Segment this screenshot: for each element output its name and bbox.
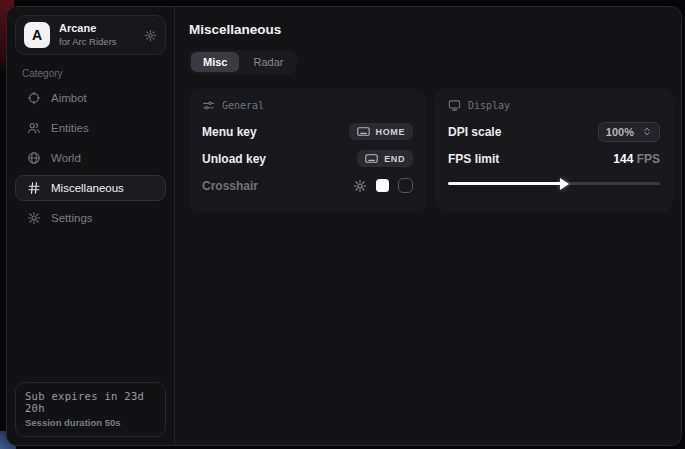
fps-unit: FPS	[637, 152, 660, 166]
sidebar-item-aimbot[interactable]: Aimbot	[15, 85, 166, 111]
sidebar-item-world[interactable]: World	[15, 145, 166, 171]
crosshair-icon	[27, 91, 41, 105]
display-card-header: Display	[448, 99, 660, 112]
cards-row: General Menu key HOME Unload key	[189, 88, 673, 212]
display-card: Display DPI scale 100% FPS limit	[435, 88, 673, 212]
app-window: A Arcane for Arc Riders Category	[6, 6, 682, 446]
general-card-title: General	[222, 100, 264, 111]
fps-limit-value: 144 FPS	[613, 152, 660, 166]
hash-grid-icon	[27, 181, 41, 195]
chevrons-up-down-icon	[642, 126, 652, 137]
fps-limit-label: FPS limit	[448, 152, 499, 166]
menu-key-row: Menu key HOME	[202, 118, 413, 145]
unload-key-bind-button[interactable]: END	[357, 150, 413, 167]
gear-icon	[27, 211, 41, 225]
tab-radar[interactable]: Radar	[241, 52, 295, 72]
crosshair-label: Crosshair	[202, 179, 258, 193]
account-text: Arcane for Arc Riders	[59, 22, 135, 48]
general-card-header: General	[202, 99, 413, 112]
entities-icon	[27, 121, 41, 135]
menu-key-bind-button[interactable]: HOME	[349, 123, 413, 140]
account-card[interactable]: A Arcane for Arc Riders	[15, 15, 166, 55]
sidebar-item-label: Miscellaneous	[51, 182, 124, 194]
sidebar-item-label: Settings	[51, 212, 93, 224]
sub-expiry-text: Sub expires in 23d 20h	[25, 390, 156, 414]
crosshair-color-swatch[interactable]	[376, 179, 389, 192]
fps-number: 144	[613, 152, 633, 166]
keyboard-icon	[357, 126, 370, 137]
subscription-card: Sub expires in 23d 20h Session duration …	[15, 382, 166, 437]
crosshair-controls	[353, 178, 413, 193]
main-content: Miscellaneous Misc Radar General	[175, 7, 682, 445]
monitor-icon	[448, 99, 461, 112]
dpi-scale-label: DPI scale	[448, 125, 501, 139]
sidebar-nav: Aimbot Entities World	[15, 85, 166, 231]
gear-icon[interactable]	[353, 179, 367, 193]
crosshair-row: Crosshair	[202, 172, 413, 199]
sidebar-item-label: Aimbot	[51, 92, 87, 104]
fps-slider-thumb[interactable]	[560, 178, 569, 190]
menu-key-label: Menu key	[202, 125, 257, 139]
menu-key-value: HOME	[376, 127, 405, 137]
dpi-scale-stepper[interactable]: 100%	[598, 122, 660, 142]
sidebar-item-miscellaneous[interactable]: Miscellaneous	[15, 175, 166, 201]
globe-icon	[27, 151, 41, 165]
tab-misc[interactable]: Misc	[191, 52, 239, 72]
crosshair-checkbox[interactable]	[398, 178, 413, 193]
page-title: Miscellaneous	[189, 22, 673, 37]
dpi-scale-value: 100%	[606, 126, 634, 138]
unload-key-label: Unload key	[202, 152, 266, 166]
sidebar-item-label: World	[51, 152, 81, 164]
app-subtitle: for Arc Riders	[59, 36, 135, 48]
app-name: Arcane	[59, 22, 135, 36]
fps-limit-row: FPS limit 144 FPS	[448, 145, 660, 172]
category-label: Category	[22, 68, 159, 79]
keyboard-icon	[365, 153, 378, 164]
gear-icon[interactable]	[144, 29, 157, 42]
tab-bar: Misc Radar	[189, 50, 297, 74]
sidebar-item-settings[interactable]: Settings	[15, 205, 166, 231]
session-duration-text: Session duration 50s	[25, 417, 156, 428]
sidebar-item-label: Entities	[51, 122, 89, 134]
general-card: General Menu key HOME Unload key	[189, 88, 426, 212]
sidebar-item-entities[interactable]: Entities	[15, 115, 166, 141]
unload-key-value: END	[384, 154, 405, 164]
dpi-scale-row: DPI scale 100%	[448, 118, 660, 145]
sidebar: A Arcane for Arc Riders Category	[7, 7, 175, 445]
fps-slider-fill	[448, 182, 562, 185]
unload-key-row: Unload key END	[202, 145, 413, 172]
sliders-icon	[202, 99, 215, 112]
fps-limit-slider[interactable]	[448, 176, 660, 190]
display-card-title: Display	[468, 100, 510, 111]
app-logo: A	[24, 22, 50, 48]
